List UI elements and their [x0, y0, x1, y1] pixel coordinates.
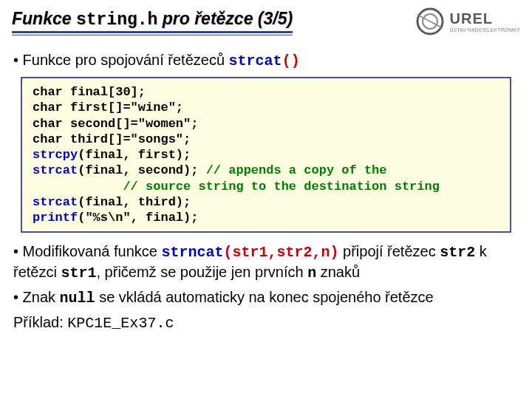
b3-tail: se vkládá automaticky na konec spojeného…: [95, 289, 434, 305]
svg-line-2: [417, 15, 443, 28]
example-file: KPC1E_Ex37.c: [67, 315, 174, 332]
bullet1-fn: strcat: [229, 52, 282, 69]
code-l6b: (final, second);: [78, 163, 205, 177]
b2-fn: strncat: [161, 244, 223, 261]
b2-s2: str2: [440, 244, 475, 261]
bullet-strcat: • Funkce pro spojování řetězeců strcat(): [13, 50, 519, 71]
logo-sub: ÚSTAV RADIOELEKTRONIKY: [450, 27, 520, 33]
b2-s1: str1: [61, 265, 96, 282]
logo-text: UREL ÚSTAV RADIOELEKTRONIKY: [450, 11, 520, 33]
title-block: Funkce string.h pro řetězce (3/5): [12, 9, 293, 35]
title-rule-thick: [12, 31, 293, 33]
code-l8a: strcat: [33, 195, 78, 209]
b3-pre: • Znak: [13, 289, 60, 305]
b2-n: n: [307, 265, 316, 282]
code-l6c: // appends a copy of the: [206, 163, 387, 177]
bullet-strncat: • Modifikovaná funkce strncat(str1,str2,…: [13, 242, 519, 283]
slide-content: • Funkce pro spojování řetězeců strcat()…: [0, 43, 532, 333]
logo-ring-icon: [415, 6, 446, 37]
b2-tail: znaků: [316, 264, 360, 280]
code-l9a: printf: [33, 211, 78, 225]
code-l8b: (final, third);: [78, 195, 191, 209]
bullet1-paren: (): [282, 52, 300, 69]
code-l2: char first[]="wine";: [33, 100, 183, 115]
logo-main: UREL: [450, 11, 520, 26]
b3-null: null: [60, 290, 95, 307]
code-l1: char final[30];: [33, 85, 146, 99]
title-post: pro řetězce (3/5): [157, 9, 293, 28]
code-l6a: strcat: [33, 163, 78, 177]
example-label: Příklad:: [13, 314, 67, 330]
code-l4: char third[]="songs";: [33, 132, 191, 146]
title-pre: Funkce: [12, 9, 76, 28]
code-l7: // source string to the destination stri…: [33, 180, 440, 194]
code-l5b: (final, first);: [78, 148, 191, 162]
code-l3: char second[]="women";: [33, 117, 198, 131]
example-line: Příklad: KPC1E_Ex37.c: [13, 313, 519, 333]
b2-mid1: připojí řetězec: [339, 243, 440, 259]
b2-mid3: , přičemž se použije jen prvních: [96, 264, 307, 280]
b2-pre: • Modifikovaná funkce: [13, 243, 161, 259]
logo: UREL ÚSTAV RADIOELEKTRONIKY: [415, 6, 520, 37]
bullet-null: • Znak null se vkládá automaticky na kon…: [13, 287, 519, 308]
bullet1-pre: • Funkce pro spojování řetězeců: [13, 52, 229, 68]
code-l5a: strcpy: [33, 148, 78, 162]
b2-args: (str1,str2,n): [223, 244, 338, 261]
code-example: char final[30]; char first[]="wine"; cha…: [21, 77, 511, 233]
title-mono: string.h: [76, 10, 157, 30]
slide-title: Funkce string.h pro řetězce (3/5): [12, 9, 293, 30]
slide-header: Funkce string.h pro řetězce (3/5) UREL Ú…: [0, 0, 532, 43]
title-rule-thin: [12, 35, 293, 35]
code-l9b: ("%s\n", final);: [78, 211, 198, 225]
